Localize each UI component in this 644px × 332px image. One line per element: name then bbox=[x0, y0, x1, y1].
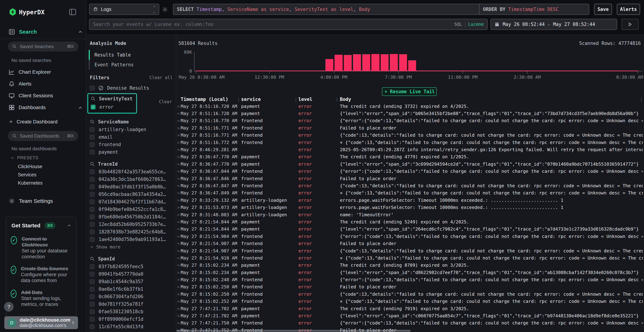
table-row[interactable]: >May 27 8:21:54.907 AMfrontenderrorFaile… bbox=[176, 240, 644, 247]
chevron-up-icon[interactable] bbox=[78, 30, 83, 34]
row-expand-chevron-icon[interactable]: > bbox=[177, 241, 180, 246]
filter-checkbox[interactable] bbox=[90, 272, 95, 276]
filter-option-label[interactable]: frontend bbox=[98, 142, 121, 147]
histogram-bar[interactable] bbox=[371, 54, 379, 71]
table-row[interactable]: >May 27 8:51:16.771 AMfrontenderrorFaile… bbox=[176, 124, 644, 132]
preset-clickhouse[interactable]: ClickHouse bbox=[18, 164, 42, 170]
filter-option-label[interactable]: 0f94b9befe0b4252ccfa1c8… bbox=[98, 206, 166, 212]
table-row[interactable]: >May 27 8:21:54.844 AMpaymenterrorThe cr… bbox=[176, 218, 644, 226]
sidebar-item-search[interactable]: Search bbox=[8, 28, 37, 35]
help-button[interactable]: ? bbox=[4, 302, 14, 312]
orderby-input[interactable]: ORDER BY TimestampTime DESC bbox=[479, 4, 589, 15]
filter-option-label[interactable]: 056cd9acbaac8637a4354a2… bbox=[98, 192, 166, 197]
histogram-bar[interactable] bbox=[334, 55, 342, 71]
filter-checkbox[interactable] bbox=[90, 287, 95, 292]
table-row[interactable]: >May 27 7:47:21.702 AMpaymenterrorThe cr… bbox=[176, 305, 644, 312]
filter-option-label[interactable]: 11c67fe55c0d13fd bbox=[98, 324, 143, 329]
row-expand-chevron-icon[interactable]: > bbox=[177, 227, 180, 231]
filter-option-label[interactable]: 03f7b824595feec5 bbox=[98, 264, 143, 269]
filter-option-label[interactable]: 1ae42480d758e9ab91193a1… bbox=[98, 237, 166, 242]
histogram-bar[interactable] bbox=[408, 60, 416, 71]
lucene-search-input[interactable]: Search your events w/ Lucene ex. column:… bbox=[89, 19, 488, 30]
filter-option-label[interactable]: artillery-loadgen bbox=[98, 127, 146, 132]
table-row[interactable]: >May 27 8:21:54.904 AMfrontenderror{"err… bbox=[176, 233, 644, 240]
table-row[interactable]: >May 27 8:46:29.281 AMerror2025-05-26T09… bbox=[176, 146, 644, 153]
row-expand-chevron-icon[interactable]: > bbox=[177, 321, 180, 325]
row-expand-chevron-icon[interactable]: > bbox=[177, 263, 180, 268]
filter-option-label[interactable]: 0c0667304fafd206 bbox=[98, 294, 143, 299]
filter-option-label[interactable]: 03b44828f42a3573ea655ce… bbox=[98, 169, 166, 174]
filter-checkbox[interactable] bbox=[90, 177, 95, 182]
save-button[interactable]: Save bbox=[594, 4, 612, 15]
filter-checkbox[interactable] bbox=[90, 150, 95, 154]
filter-option-label[interactable]: 09ab1c4544c9a357 bbox=[98, 279, 143, 284]
filter-checkbox[interactable] bbox=[90, 294, 95, 299]
saved-dashboards-input[interactable]: Saved Dashboards ⌘K bbox=[8, 131, 78, 141]
table-row[interactable]: >May 27 8:51:16.772 AMfrontenderror× {"c… bbox=[176, 139, 644, 146]
row-expand-chevron-icon[interactable]: > bbox=[177, 126, 180, 130]
row-expand-chevron-icon[interactable]: > bbox=[177, 306, 180, 311]
table-row[interactable]: >May 27 8:21:54.910 AMfrontenderror× {"c… bbox=[176, 254, 644, 262]
horizontal-scrollbar[interactable] bbox=[176, 330, 410, 332]
table-row[interactable]: >May 27 8:15:02.250 AMfrontenderrorFaile… bbox=[176, 283, 644, 290]
table-row[interactable]: >May 27 8:36:47.849 AMfrontenderror× {"c… bbox=[176, 190, 644, 196]
filter-checkbox[interactable] bbox=[90, 170, 95, 174]
filter-option-label[interactable]: 0ff8990066efcf1d bbox=[98, 316, 143, 322]
filter-checkbox[interactable] bbox=[90, 192, 95, 197]
row-expand-chevron-icon[interactable]: > bbox=[177, 148, 180, 152]
row-expand-chevron-icon[interactable]: > bbox=[177, 284, 180, 289]
filter-checkbox[interactable] bbox=[90, 264, 95, 269]
presets-toggle[interactable]: PRESETS bbox=[10, 155, 38, 160]
histogram-bar[interactable] bbox=[381, 54, 388, 71]
language-toggle[interactable]: SQL|Lucene bbox=[454, 22, 484, 27]
row-expand-chevron-icon[interactable]: > bbox=[177, 249, 180, 253]
table-row[interactable]: >May 27 8:15:02.234 AMpaymenterror{"leve… bbox=[176, 269, 644, 276]
filter-checkbox[interactable] bbox=[90, 207, 95, 212]
row-expand-chevron-icon[interactable]: > bbox=[177, 256, 180, 260]
filter-option-label[interactable]: 0ae8e1f6c6b37fb1 bbox=[98, 286, 143, 292]
table-row[interactable]: >May 27 8:31:48.083 AMartillery-loadgene… bbox=[176, 211, 644, 218]
col-level[interactable]: level bbox=[298, 96, 312, 102]
resume-live-tail-button[interactable]: Resume Live Tail bbox=[382, 87, 437, 96]
histogram-bar[interactable] bbox=[344, 55, 352, 71]
table-row[interactable]: >May 27 8:51:16.771 AMfrontenderror{"cod… bbox=[176, 132, 644, 139]
saved-searches-input[interactable]: Saved Searches ⌘K bbox=[8, 42, 78, 52]
denoise-checkbox[interactable] bbox=[90, 86, 95, 90]
row-expand-chevron-icon[interactable]: > bbox=[177, 140, 180, 145]
row-expand-chevron-icon[interactable]: > bbox=[177, 169, 180, 174]
filter-checkbox[interactable] bbox=[90, 230, 95, 234]
table-row[interactable]: >May 27 8:36:47.770 AMpaymenterror{"leve… bbox=[176, 160, 644, 168]
row-expand-chevron-icon[interactable]: > bbox=[177, 270, 180, 275]
histogram-bar[interactable] bbox=[390, 54, 398, 71]
clear-all-button[interactable]: Clear all bbox=[149, 75, 173, 80]
filter-option-label[interactable]: 0de781ff325a781f bbox=[98, 302, 143, 307]
chevron-up-icon[interactable] bbox=[67, 223, 72, 228]
source-select[interactable]: Logs ⌃⌄ bbox=[89, 4, 159, 15]
create-dashboard-button[interactable]: + Create Dashboard bbox=[9, 118, 58, 125]
table-options-icon[interactable]: ⋮⋮ bbox=[639, 97, 644, 102]
table-row[interactable]: >May 27 7:47:21.750 AMfrontenderror{"err… bbox=[176, 320, 644, 327]
row-expand-chevron-icon[interactable]: > bbox=[177, 220, 180, 224]
row-expand-chevron-icon[interactable]: > bbox=[177, 118, 180, 123]
filter-checkbox[interactable] bbox=[90, 214, 95, 219]
filter-checkbox[interactable] bbox=[90, 279, 95, 284]
user-menu[interactable]: D dale@clickhouse.com dale@clickhouse.co… bbox=[4, 316, 78, 329]
filter-checkbox[interactable] bbox=[90, 222, 95, 227]
filter-option-label[interactable]: 09041fb457779da0 bbox=[98, 271, 143, 277]
row-expand-chevron-icon[interactable]: > bbox=[177, 198, 180, 202]
filter-checkbox[interactable] bbox=[90, 142, 95, 147]
filter-option-label[interactable]: email bbox=[98, 134, 112, 140]
table-row[interactable]: >May 27 8:15:02.252 AMfrontenderror× {"c… bbox=[176, 298, 644, 305]
filter-option-label[interactable]: 07d184304627bf2f11b67dd… bbox=[98, 199, 166, 204]
row-expand-chevron-icon[interactable]: > bbox=[177, 314, 180, 318]
filter-checkbox[interactable] bbox=[90, 237, 95, 242]
filter-option-label[interactable]: 0fbe680eb456750b2d1184c… bbox=[98, 214, 166, 220]
col-timestamp[interactable]: Timestamp (Local) bbox=[181, 96, 228, 102]
alerts-button[interactable]: Alerts bbox=[617, 4, 640, 15]
results-histogram[interactable] bbox=[194, 52, 642, 71]
filter-option-label[interactable]: error bbox=[100, 104, 114, 110]
row-expand-chevron-icon[interactable]: > bbox=[177, 278, 180, 282]
table-row[interactable]: >May 27 8:36:47.847 AMfrontenderror{"cod… bbox=[176, 182, 644, 189]
show-more-button[interactable]: Show more bbox=[86, 243, 176, 250]
table-row[interactable]: >May 27 8:21:54.907 AMfrontenderror{"cod… bbox=[176, 247, 644, 254]
